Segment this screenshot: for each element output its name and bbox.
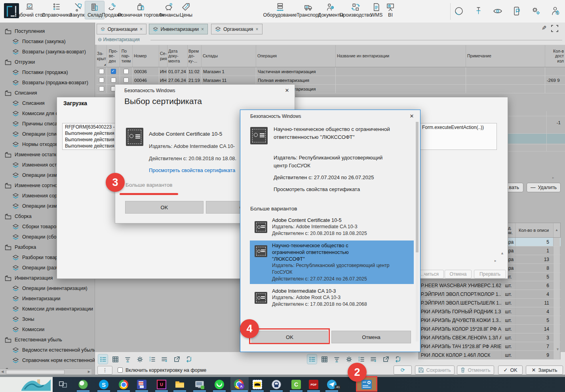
scrollbar-track[interactable] (554, 281, 560, 290)
scrollbar-track[interactable] (554, 246, 560, 255)
tab-close-icon[interactable]: × (255, 27, 258, 32)
task-view-icon[interactable] (58, 380, 68, 389)
column-header-qty[interactable]: Кол-во в описи (516, 223, 554, 237)
intellij-icon[interactable]: U (157, 380, 166, 389)
product-row[interactable]: РКИ АРИЭЛЬ ТАЧ 15*28.8Г РФ ARIEL шт. 7 (418, 342, 561, 351)
tab-organizations[interactable]: Организации× (97, 24, 146, 34)
pin-icon[interactable] (473, 6, 483, 16)
close-button[interactable]: ✕Закрыть (526, 365, 563, 375)
close-icon[interactable]: ✕ (283, 87, 291, 94)
user-lock-icon[interactable] (550, 6, 561, 16)
more-options-button[interactable]: ⋮ (97, 366, 112, 375)
ok-button[interactable]: ✓OK (498, 365, 523, 375)
remote-desktop-icon[interactable] (195, 380, 204, 389)
fullscreen-icon[interactable] (551, 25, 558, 32)
certificate-list-item[interactable]: Научно-техническое общество с ограниченн… (250, 241, 414, 284)
column-header[interactable]: Дата доку- мента (167, 45, 188, 67)
certificate-list-item[interactable]: Adobe Content Certificate 10-5 Издатель:… (250, 215, 414, 239)
group-header[interactable]: ⊖ Инвентаризация (98, 37, 140, 42)
clock-icon[interactable] (454, 6, 464, 16)
scrollbar-track[interactable] (554, 238, 560, 246)
scrollbar-thumb[interactable] (416, 122, 419, 252)
table-row[interactable]: 00046 ИН 27.06.24 21:19 Магазин 11 Полна… (97, 76, 565, 85)
table-row[interactable]: 00036 ИН 01.07.24 11:02 Магазин 1 Частич… (97, 67, 565, 76)
tab-organization[interactable]: Организация× (211, 24, 263, 34)
abort-button[interactable]: Прервать (474, 270, 506, 278)
correction-checkbox[interactable] (118, 367, 123, 373)
sidebar-item[interactable]: Естественная убыль (0, 335, 95, 345)
scrollbar-track[interactable] (554, 316, 560, 324)
reload-icon[interactable] (184, 354, 194, 364)
view-properties-link[interactable]: Просмотреть свойства сертификата (274, 186, 360, 193)
column-header[interactable]: Примечание (466, 45, 545, 67)
closed-checkbox[interactable] (99, 69, 104, 74)
filter-icon[interactable] (332, 354, 341, 364)
more-options-link[interactable]: Больше вариантов (126, 182, 172, 188)
scrollbar-track[interactable] (554, 333, 560, 342)
tab-close-icon[interactable]: × (140, 27, 143, 32)
column-header[interactable]: Номер (133, 45, 159, 67)
scrollbar-track[interactable] (554, 299, 560, 307)
product-row[interactable]: РКИ АРИЭЛЬ Д/ЧУВСТВ.КОЖИ 1.3... шт. 5 (418, 316, 561, 325)
skype-icon[interactable]: S (99, 380, 108, 389)
thebat-icon[interactable] (253, 380, 262, 389)
column-header[interactable]: Операция (256, 45, 336, 67)
certificate-list-item[interactable]: Adobe Intermediate CA 10-3 Издатель: Ado… (250, 286, 414, 309)
sidebar-item[interactable]: Поставки (закупка) (0, 36, 95, 47)
column-header[interactable]: По пар- тиям (120, 45, 133, 67)
scrollbar-thumb[interactable] (6, 370, 65, 374)
export-icon[interactable] (381, 354, 390, 364)
scroll-right-icon[interactable]: ▸ (552, 176, 554, 180)
scrollbar-track[interactable] (554, 351, 560, 359)
sidebar-horizontal-scrollbar[interactable]: ◀ ▶ (0, 369, 91, 375)
file-explorer-icon[interactable] (175, 380, 185, 389)
column-header[interactable]: Врем до- ку-... (188, 45, 202, 67)
posted-checkbox[interactable] (111, 78, 116, 83)
grid-view-icon[interactable] (110, 354, 120, 364)
product-row[interactable]: Р.ЭЙПРИЛ ЭВОЛ.ШЕРСТЬ/ШЕЛК 1... шт. 11 (418, 299, 561, 307)
tab-close-icon[interactable]: × (201, 27, 204, 32)
product-row[interactable]: РКИ АРИЭЛЬ ГОРНЫЙ РОДНИК 1.3... шт. 4 (418, 307, 561, 316)
sidebar-item[interactable]: Операции (инвентаризация) (0, 283, 95, 294)
scroll-up-icon[interactable]: ▲ (555, 229, 558, 232)
refresh-button[interactable]: ⟳ (394, 365, 412, 375)
chrome-icon[interactable] (119, 380, 128, 389)
floppy-app-icon[interactable] (137, 380, 146, 389)
view-properties-link[interactable]: Просмотреть свойства сертификата (149, 167, 235, 173)
card-view-icon[interactable] (98, 354, 108, 364)
product-row[interactable]: РКИ АРИЭЛЬ СВЕЖ.ЛЕНОРА 1.3Л А... шт. 3 (418, 333, 561, 342)
sidebar-item[interactable]: Инвентаризации (0, 294, 95, 304)
column-header[interactable]: Склады (202, 45, 256, 67)
column-header[interactable]: Название ин вентаризации (336, 45, 466, 67)
sidebar-item[interactable]: Справочник норм естественной убыли (0, 355, 95, 365)
browser-globe-icon[interactable] (78, 380, 88, 389)
closed-checkbox[interactable] (99, 86, 104, 91)
keepass-icon[interactable] (272, 380, 281, 389)
phone-chat-icon[interactable] (512, 6, 522, 16)
add-row-icon[interactable] (160, 354, 169, 364)
byparty-checkbox[interactable] (124, 78, 129, 83)
column-header[interactable]: Кол-в дост изл (545, 45, 565, 67)
more-options-link[interactable]: Больше вариантов (250, 205, 297, 213)
ok-button[interactable]: OK (125, 201, 204, 214)
sidebar-item[interactable]: Ведомости естественной убыли (0, 345, 95, 355)
scrollbar-track[interactable] (554, 273, 560, 281)
byparty-checkbox[interactable] (124, 69, 129, 74)
product-row[interactable]: Р.ЭЙПРИЛ ЭВОЛ.СПОРТ/КОЛОР 1... шт. 4 (418, 290, 561, 299)
sidebar-item[interactable]: Поставки (продажа) (0, 67, 95, 78)
sidebar-item[interactable]: Возвраты (закупка-возврат) (0, 47, 95, 57)
gear-icon[interactable] (135, 354, 145, 364)
sidebar-item[interactable]: Зоны (0, 314, 95, 324)
cancel-button[interactable]: Отменить (457, 365, 494, 375)
scrollbar-track[interactable] (554, 264, 560, 272)
sidebar-item[interactable]: Комиссии для инвентаризации (0, 304, 95, 314)
sidebar-item[interactable]: Возвраты (продажа-возврат) (0, 78, 95, 88)
grid-view-icon[interactable] (320, 354, 329, 364)
scroll-right-icon[interactable]: ▸ (495, 259, 497, 263)
filter-icon[interactable] (123, 354, 132, 364)
product-row[interactable]: P.HEER WASCHBAR УНИВЕРС.1.625... шт. 6 (418, 281, 561, 290)
delete-button[interactable]: —Удалить (527, 183, 561, 192)
collapse-icon[interactable]: ⊖ (98, 37, 102, 42)
sidebar-item[interactable]: Отгрузки (0, 57, 95, 67)
save-button[interactable]: Сохранить (415, 365, 455, 375)
